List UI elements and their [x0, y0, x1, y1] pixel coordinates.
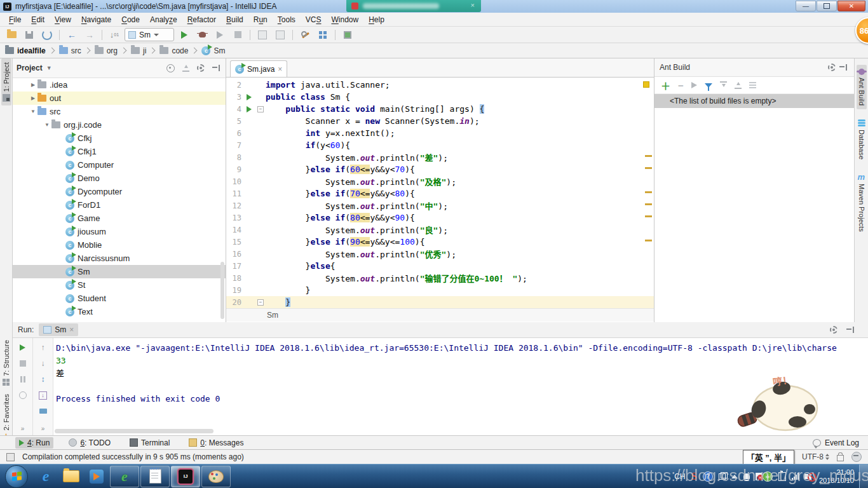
- toolwindow-run-button[interactable]: 4: Run: [15, 437, 53, 449]
- code-area[interactable]: 2import java.util.Scanner;3public class …: [226, 78, 654, 308]
- explorer-launcher[interactable]: [60, 466, 82, 487]
- sidebar-tab-ant[interactable]: Ant Build: [857, 65, 867, 109]
- sort-lines-icon[interactable]: ↓01: [107, 28, 122, 42]
- menu-run[interactable]: Run: [248, 14, 273, 25]
- menu-edit[interactable]: Edit: [26, 14, 50, 25]
- gear-icon[interactable]: [826, 62, 837, 73]
- tree-item-computer[interactable]: cComputer: [13, 158, 226, 172]
- menu-build[interactable]: Build: [221, 14, 248, 25]
- sidebar-tab-structure[interactable]: 7: Structure: [1, 336, 11, 390]
- media-player-launcher[interactable]: [86, 466, 107, 487]
- tree-item-sm[interactable]: cSm: [13, 265, 226, 278]
- expand-all-icon[interactable]: [720, 81, 727, 89]
- add-build-file-icon[interactable]: ＋: [661, 79, 670, 92]
- console-output[interactable]: D:\bin\java.exe "-javaagent:E:\IntelliJ …: [53, 338, 868, 436]
- chevron-down-icon[interactable]: ▼: [46, 65, 52, 71]
- notification-bell-icon[interactable]: [743, 473, 750, 479]
- code-line[interactable]: 11 }else if(70<=y&&y<80){: [226, 187, 654, 200]
- encoding-widget[interactable]: UTF-8: [802, 452, 829, 461]
- breadcrumb-item-code[interactable]: code: [159, 46, 188, 55]
- pause-button[interactable]: [18, 375, 27, 384]
- menu-navigate[interactable]: Navigate: [76, 14, 116, 25]
- menu-view[interactable]: View: [50, 14, 76, 25]
- down-stack-icon[interactable]: ↓: [39, 359, 48, 368]
- tree-item-demo[interactable]: cDemo: [13, 172, 226, 185]
- breadcrumb-item-idealfile[interactable]: idealfile: [5, 46, 46, 55]
- toolwindow-toggle-icon[interactable]: [6, 453, 15, 461]
- export-icon[interactable]: [340, 28, 355, 42]
- code-line[interactable]: 2import java.util.Scanner;: [226, 79, 654, 91]
- tree-item-src[interactable]: ▼src: [13, 105, 226, 118]
- rerun-button[interactable]: [18, 343, 27, 352]
- breadcrumb-item-org[interactable]: org: [95, 46, 118, 55]
- hide-panel-icon[interactable]: [210, 62, 222, 74]
- filter-icon[interactable]: [705, 83, 712, 88]
- remove-build-file-icon[interactable]: −: [678, 80, 684, 91]
- tree-item-dycomputer[interactable]: cDycomputer: [13, 185, 226, 198]
- soft-wrap-icon[interactable]: ↕: [39, 375, 48, 384]
- tree-item-cfkj[interactable]: cCfkj: [13, 132, 226, 145]
- hide-panel-icon[interactable]: [837, 62, 849, 73]
- sidebar-tab-database[interactable]: Database: [857, 116, 867, 163]
- taskbar-notepad-button[interactable]: [140, 466, 170, 487]
- update-project-icon[interactable]: [255, 28, 270, 42]
- tree-item-text[interactable]: cText: [13, 305, 226, 318]
- clipboard-icon[interactable]: [778, 472, 786, 481]
- taskbar-intellij-button[interactable]: IJ: [171, 466, 200, 487]
- restore-button[interactable]: [817, 1, 837, 11]
- console-hscrollbar[interactable]: [55, 429, 214, 433]
- sidebar-tab-project[interactable]: 1: Project: [1, 58, 11, 105]
- code-line[interactable]: 6 int y=x.nextInt();: [226, 127, 654, 139]
- open-icon[interactable]: [4, 28, 19, 42]
- project-structure-icon[interactable]: [315, 28, 330, 42]
- properties-icon[interactable]: [749, 82, 756, 88]
- tree-item-narcissusnum[interactable]: cNarcissusnum: [13, 252, 226, 265]
- collapse-all-icon[interactable]: [735, 81, 742, 89]
- scroll-to-end-icon[interactable]: ↓: [39, 391, 48, 400]
- taskbar-360browser-button[interactable]: e: [110, 466, 139, 487]
- lock-icon[interactable]: [837, 455, 844, 461]
- tree-item-org-ji-code[interactable]: ▼org.ji.code: [13, 118, 226, 132]
- breadcrumb-item-src[interactable]: src: [59, 46, 81, 55]
- run-line-icon[interactable]: [247, 106, 252, 112]
- sidebar-tab-maven[interactable]: mMaven Projects: [857, 170, 867, 236]
- code-line[interactable]: 5 Scanner x = new Scanner(System.in);: [226, 115, 654, 127]
- tree-item-out[interactable]: ▶out: [13, 92, 226, 105]
- tree-item-student[interactable]: cStudent: [13, 292, 226, 305]
- menu-window[interactable]: Window: [326, 14, 363, 25]
- close-tab-icon[interactable]: ×: [278, 65, 282, 74]
- minimize-button[interactable]: —: [796, 1, 816, 11]
- tree-item--idea[interactable]: ▶.idea: [13, 78, 226, 92]
- code-line[interactable]: 4− public static void main(String[] args…: [226, 103, 654, 115]
- run-button[interactable]: [177, 28, 192, 42]
- dump-threads-icon[interactable]: [18, 391, 27, 400]
- code-line[interactable]: 12 System.out.println("中");: [226, 200, 654, 212]
- code-line[interactable]: 8 System.out.println("差");: [226, 151, 654, 163]
- show-desktop-button[interactable]: [859, 464, 868, 488]
- tree-item-moblie[interactable]: cMoblie: [13, 238, 226, 252]
- sync-icon[interactable]: [39, 28, 55, 42]
- save-icon[interactable]: [22, 28, 37, 42]
- menu-code[interactable]: Code: [116, 14, 145, 25]
- toolwindow-terminal-button[interactable]: Terminal: [126, 437, 173, 449]
- stop-button[interactable]: [18, 359, 27, 368]
- toolwindow-todo-button[interactable]: 6: TODO: [65, 437, 114, 449]
- tree-item-ford1[interactable]: cForD1: [13, 198, 226, 212]
- debug-button[interactable]: [194, 28, 210, 42]
- code-line[interactable]: 18 System.out.println("输错了分值在0~100！ ");: [226, 272, 654, 284]
- inspector-hector-icon[interactable]: [851, 452, 862, 462]
- run-tab-sm[interactable]: Sm ×: [39, 323, 78, 336]
- code-line[interactable]: 7 if(y<60){: [226, 139, 654, 151]
- code-line[interactable]: 19 }: [226, 284, 654, 296]
- run-line-icon[interactable]: [247, 94, 252, 100]
- tree-item-jiousum[interactable]: cjiousum: [13, 225, 226, 238]
- commit-icon[interactable]: [273, 28, 288, 42]
- back-icon[interactable]: ←: [64, 28, 79, 42]
- hidden-icons-arrow[interactable]: [731, 475, 738, 478]
- tab-sm-java[interactable]: c Sm.java ×: [230, 60, 287, 77]
- collapse-all-icon[interactable]: [180, 62, 191, 74]
- menu-analyze[interactable]: Analyze: [145, 14, 182, 25]
- 360-shield-icon[interactable]: +: [763, 471, 773, 482]
- code-line[interactable]: 15 }else if(90<=y&&y<=100){: [226, 236, 654, 248]
- locate-file-icon[interactable]: [165, 62, 176, 74]
